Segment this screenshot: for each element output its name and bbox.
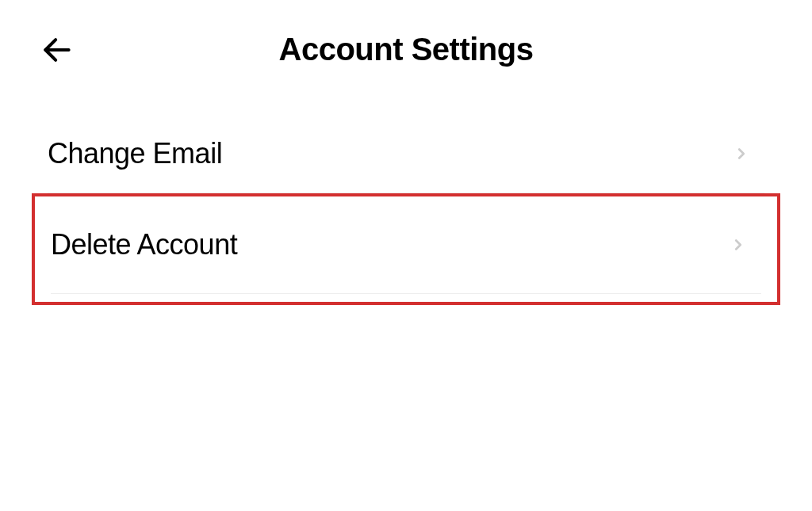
page-title: Account Settings — [40, 32, 772, 67]
highlight-box: Delete Account — [32, 193, 780, 305]
delete-account-item[interactable]: Delete Account — [51, 196, 761, 294]
chevron-right-icon — [733, 145, 750, 162]
chevron-right-icon — [730, 236, 747, 254]
setting-label: Change Email — [48, 137, 222, 170]
back-button[interactable] — [40, 32, 75, 67]
header: Account Settings — [0, 0, 812, 91]
setting-item-wrap: Change Email — [32, 115, 780, 193]
settings-list: Change Email Delete Account — [0, 91, 812, 305]
setting-label: Delete Account — [51, 228, 237, 261]
change-email-item[interactable]: Change Email — [48, 115, 764, 193]
arrow-left-icon — [40, 32, 75, 67]
